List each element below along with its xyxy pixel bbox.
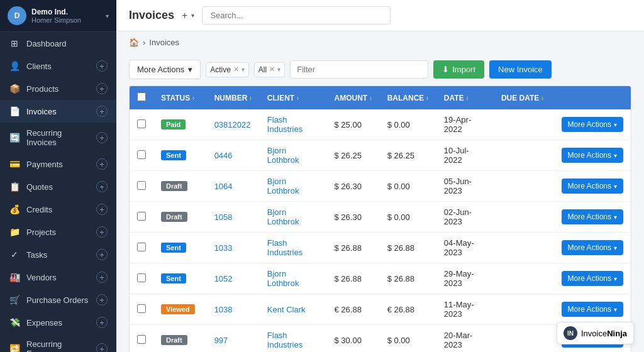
col-status[interactable]: STATUS ↕ bbox=[153, 86, 207, 109]
add-invoice-icon[interactable]: + bbox=[182, 10, 187, 21]
row-date: 10-Jul-2022 bbox=[436, 140, 494, 171]
home-icon[interactable]: 🏠 bbox=[129, 38, 139, 47]
sidebar: D Demo Ind. Homer Simpson ▾ ⊞Dashboard👤C… bbox=[0, 0, 116, 352]
search-input[interactable] bbox=[202, 6, 391, 25]
col-number[interactable]: NUMBER ↕ bbox=[207, 86, 260, 109]
sidebar-item-purchase-orders[interactable]: 🛒Purchase Orders+ bbox=[0, 289, 116, 311]
sidebar-label-projects: Projects bbox=[26, 228, 94, 237]
row-checkbox-5[interactable] bbox=[137, 273, 146, 282]
invoice-number-link[interactable]: 1033 bbox=[214, 243, 233, 253]
add-recurring-invoices-button[interactable]: + bbox=[96, 132, 108, 143]
filter-input[interactable] bbox=[290, 60, 428, 79]
row-more-actions-button[interactable]: More Actions ▾ bbox=[562, 148, 623, 163]
add-projects-button[interactable]: + bbox=[96, 226, 108, 238]
add-recurring-expenses-button[interactable]: + bbox=[96, 343, 108, 352]
row-checkbox-4[interactable] bbox=[137, 243, 146, 251]
row-date: 19-Apr-2022 bbox=[436, 109, 494, 140]
add-payments-button[interactable]: + bbox=[96, 158, 108, 170]
import-button[interactable]: ⬇ Import bbox=[433, 60, 484, 79]
filter-active-remove[interactable]: ✕ bbox=[233, 65, 239, 74]
row-date: 04-May-2023 bbox=[436, 233, 494, 263]
row-more-actions-button[interactable]: More Actions ▾ bbox=[562, 179, 623, 194]
filter-active-chevron[interactable]: ▾ bbox=[242, 66, 245, 73]
sidebar-item-tasks[interactable]: ✓Tasks+ bbox=[0, 243, 116, 266]
add-invoices-button[interactable]: + bbox=[96, 106, 108, 117]
client-link[interactable]: Kent Clark bbox=[267, 305, 306, 314]
row-checkbox-0[interactable] bbox=[137, 119, 146, 128]
filter-all-remove[interactable]: ✕ bbox=[269, 65, 275, 74]
row-number: 03812022 bbox=[207, 109, 260, 140]
client-link[interactable]: Bjorn Lothbrok bbox=[267, 146, 299, 165]
sidebar-item-clients[interactable]: 👤Clients+ bbox=[0, 55, 116, 77]
invoice-number-link[interactable]: 997 bbox=[214, 336, 228, 345]
sidebar-item-projects[interactable]: 📁Projects+ bbox=[0, 221, 116, 243]
row-actions-cell: More Actions ▾ bbox=[554, 233, 631, 263]
invoice-number-link[interactable]: 0446 bbox=[214, 151, 233, 160]
select-all-checkbox[interactable] bbox=[137, 92, 146, 101]
expenses-icon: 💸 bbox=[9, 317, 20, 328]
sidebar-item-credits[interactable]: 💰Credits+ bbox=[0, 198, 116, 221]
row-amount: € 26.88 bbox=[327, 294, 380, 325]
more-actions-button[interactable]: More Actions ▾ bbox=[129, 60, 201, 79]
row-checkbox-1[interactable] bbox=[137, 150, 146, 159]
row-date: 02-Jun-2023 bbox=[436, 202, 494, 233]
row-more-actions-button[interactable]: More Actions ▾ bbox=[562, 271, 623, 286]
row-balance: $ 0.00 bbox=[380, 202, 436, 233]
add-products-button[interactable]: + bbox=[96, 83, 108, 94]
add-expenses-button[interactable]: + bbox=[96, 317, 108, 328]
sidebar-item-expenses[interactable]: 💸Expenses+ bbox=[0, 311, 116, 334]
sidebar-item-payments[interactable]: 💳Payments+ bbox=[0, 153, 116, 175]
invoice-number-link[interactable]: 1038 bbox=[214, 305, 233, 314]
row-more-actions-button[interactable]: More Actions ▾ bbox=[562, 209, 623, 224]
invoice-number-link[interactable]: 03812022 bbox=[214, 120, 251, 129]
new-invoice-button[interactable]: New Invoice bbox=[489, 60, 552, 79]
status-badge: Sent bbox=[161, 243, 186, 253]
row-due-date bbox=[494, 325, 554, 353]
add-tasks-button[interactable]: + bbox=[96, 249, 108, 260]
content-area: More Actions ▾ Active ✕ ▾ All ✕ ▾ ⬇ Impo… bbox=[116, 53, 644, 352]
chevron-down-icon: ▾ bbox=[614, 275, 617, 282]
add-purchase-orders-button[interactable]: + bbox=[96, 294, 108, 305]
add-quotes-button[interactable]: + bbox=[96, 181, 108, 192]
sidebar-item-recurring-invoices[interactable]: 🔄Recurring Invoices+ bbox=[0, 123, 116, 153]
sidebar-item-recurring-expenses[interactable]: 🔁Recurring Expenses+ bbox=[0, 334, 116, 352]
client-link[interactable]: Flash Industries bbox=[267, 238, 303, 257]
row-more-actions-button[interactable]: More Actions ▾ bbox=[562, 117, 623, 132]
add-clients-button[interactable]: + bbox=[96, 60, 108, 72]
topbar-chevron-icon[interactable]: ▾ bbox=[191, 12, 194, 19]
sidebar-item-invoices[interactable]: 📄Invoices+ bbox=[0, 100, 116, 123]
client-link[interactable]: Flash Industries bbox=[267, 331, 303, 349]
row-number: 1064 bbox=[207, 171, 260, 202]
col-balance[interactable]: BALANCE ↕ bbox=[380, 86, 436, 109]
sidebar-header[interactable]: D Demo Ind. Homer Simpson ▾ bbox=[0, 0, 116, 32]
sidebar-item-products[interactable]: 📦Products+ bbox=[0, 77, 116, 100]
row-checkbox-3[interactable] bbox=[137, 212, 146, 221]
row-date: 11-May-2023 bbox=[436, 294, 494, 325]
sidebar-item-vendors[interactable]: 🏭Vendors+ bbox=[0, 266, 116, 289]
sidebar-item-quotes[interactable]: 📋Quotes+ bbox=[0, 175, 116, 198]
col-due-date[interactable]: DUE DATE ↕ bbox=[494, 86, 554, 109]
row-more-actions-button[interactable]: More Actions ▾ bbox=[562, 302, 623, 317]
row-checkbox-2[interactable] bbox=[137, 181, 146, 190]
col-client[interactable]: CLIENT ↕ bbox=[260, 86, 327, 109]
add-credits-button[interactable]: + bbox=[96, 204, 108, 215]
row-checkbox-7[interactable] bbox=[137, 335, 146, 344]
invoice-number-link[interactable]: 1052 bbox=[214, 274, 233, 283]
sidebar-item-dashboard[interactable]: ⊞Dashboard bbox=[0, 32, 116, 55]
row-checkbox-6[interactable] bbox=[137, 304, 146, 313]
invoices-icon: 📄 bbox=[9, 106, 20, 117]
invoice-number-link[interactable]: 1058 bbox=[214, 212, 233, 222]
client-link[interactable]: Flash Industries bbox=[267, 115, 303, 134]
col-date[interactable]: DATE ↕ bbox=[436, 86, 494, 109]
invoice-number-link[interactable]: 1064 bbox=[214, 182, 233, 191]
client-link[interactable]: Bjorn Lothbrok bbox=[267, 207, 299, 226]
col-amount[interactable]: AMOUNT ↕ bbox=[327, 86, 380, 109]
company-name: Demo Ind. bbox=[31, 8, 106, 16]
row-more-actions-button[interactable]: More Actions ▾ bbox=[562, 240, 623, 255]
client-link[interactable]: Bjorn Lothbrok bbox=[267, 269, 299, 288]
row-client: Bjorn Lothbrok bbox=[260, 202, 327, 233]
filter-all-chevron[interactable]: ▾ bbox=[277, 66, 280, 73]
client-link[interactable]: Bjorn Lothbrok bbox=[267, 177, 299, 195]
topbar-actions: + ▾ bbox=[182, 10, 194, 21]
add-vendors-button[interactable]: + bbox=[96, 272, 108, 283]
